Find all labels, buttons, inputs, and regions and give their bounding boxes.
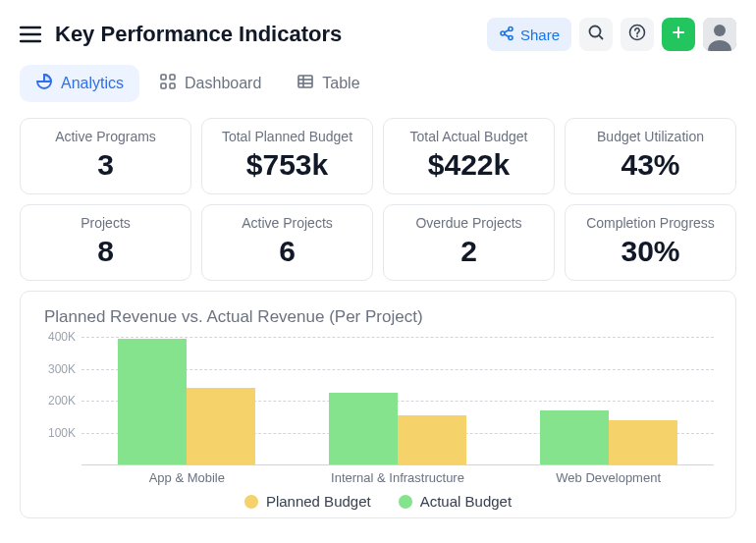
card-label: Total Planned Budget xyxy=(210,129,364,144)
help-button[interactable] xyxy=(621,18,654,51)
chart-plot: 100K200K300K400K xyxy=(81,337,714,464)
card-value: 3 xyxy=(28,148,183,182)
add-button[interactable] xyxy=(662,18,695,51)
x-tick-label: Web Development xyxy=(503,470,714,485)
tab-analytics[interactable]: Analytics xyxy=(20,65,139,102)
card-total-planned-budget: Total Planned Budget $753k xyxy=(201,118,373,194)
search-icon xyxy=(587,24,605,45)
share-icon xyxy=(499,26,514,44)
svg-line-9 xyxy=(599,35,603,39)
chart-legend: Planned Budget Actual Budget xyxy=(38,493,718,510)
tab-table-label: Table xyxy=(322,75,359,92)
share-button[interactable]: Share xyxy=(487,18,571,51)
swatch-planned xyxy=(244,495,258,509)
card-value: 6 xyxy=(210,235,364,268)
header-actions: Share xyxy=(487,18,736,51)
avatar[interactable] xyxy=(703,18,736,51)
x-tick-label: App & Mobile xyxy=(81,470,293,485)
y-tick-label: 300K xyxy=(38,362,76,376)
x-tick-label: Internal & Infrastructure xyxy=(293,470,504,485)
swatch-actual xyxy=(399,495,412,509)
view-tabs: Analytics Dashboard Table xyxy=(20,65,736,102)
svg-rect-20 xyxy=(298,76,312,87)
card-completion-progress: Completion Progress 30% xyxy=(565,204,736,281)
card-overdue-projects: Overdue Projects 2 xyxy=(383,204,555,281)
share-label: Share xyxy=(520,27,560,43)
chart-x-labels: App & MobileInternal & InfrastructureWeb… xyxy=(81,470,714,485)
bar-actual xyxy=(540,410,609,464)
card-label: Budget Utilization xyxy=(573,129,728,144)
card-active-programs: Active Programs 3 xyxy=(20,118,191,194)
svg-line-6 xyxy=(505,29,509,32)
legend-planned: Planned Budget xyxy=(244,493,371,510)
svg-point-5 xyxy=(509,35,513,39)
y-tick-label: 400K xyxy=(38,330,76,344)
legend-planned-label: Planned Budget xyxy=(266,493,371,510)
svg-point-3 xyxy=(509,27,513,30)
chart-card: Planned Revenue vs. Actual Revenue (Per … xyxy=(20,291,736,518)
card-value: $422k xyxy=(392,148,546,182)
tab-dashboard-label: Dashboard xyxy=(185,75,261,92)
plus-icon xyxy=(671,25,686,44)
y-tick-label: 100K xyxy=(38,426,76,440)
analytics-icon xyxy=(35,73,53,94)
bar-group xyxy=(503,337,714,464)
legend-actual: Actual Budget xyxy=(399,493,512,510)
card-value: 2 xyxy=(392,235,546,268)
card-total-actual-budget: Total Actual Budget $422k xyxy=(383,118,555,194)
card-value: 8 xyxy=(28,235,183,268)
card-projects: Projects 8 xyxy=(20,204,191,281)
card-label: Overdue Projects xyxy=(392,215,546,231)
legend-actual-label: Actual Budget xyxy=(420,493,512,510)
bar-planned xyxy=(609,420,677,465)
bar-planned xyxy=(187,388,255,464)
tab-analytics-label: Analytics xyxy=(61,75,124,92)
bar-planned xyxy=(398,415,466,464)
card-label: Active Programs xyxy=(28,129,183,144)
card-value: 30% xyxy=(573,235,728,268)
svg-point-15 xyxy=(714,25,726,36)
kpi-row-2: Projects 8 Active Projects 6 Overdue Pro… xyxy=(20,204,736,281)
table-icon xyxy=(297,73,314,94)
svg-rect-16 xyxy=(161,75,166,80)
page-title: Key Performance Indicators xyxy=(55,22,342,47)
card-label: Active Projects xyxy=(210,215,364,231)
bar-group xyxy=(293,337,504,464)
bar-actual xyxy=(118,339,187,464)
card-label: Projects xyxy=(28,215,183,231)
header: Key Performance Indicators Share xyxy=(20,18,736,51)
header-left: Key Performance Indicators xyxy=(20,22,342,47)
svg-rect-18 xyxy=(161,83,166,88)
tab-dashboard[interactable]: Dashboard xyxy=(143,65,277,102)
card-value: $753k xyxy=(210,148,364,182)
card-budget-utilization: Budget Utilization 43% xyxy=(565,118,736,194)
svg-point-4 xyxy=(501,31,505,35)
tab-table[interactable]: Table xyxy=(281,65,375,102)
bar-group xyxy=(81,337,293,464)
svg-line-7 xyxy=(505,34,509,37)
svg-rect-19 xyxy=(170,83,175,88)
card-value: 43% xyxy=(573,148,728,182)
menu-icon[interactable] xyxy=(20,26,41,43)
chart-title: Planned Revenue vs. Actual Revenue (Per … xyxy=(44,307,718,327)
card-label: Total Actual Budget xyxy=(392,129,546,144)
bar-actual xyxy=(329,393,398,464)
help-icon xyxy=(628,24,646,45)
dashboard-icon xyxy=(159,73,177,94)
svg-point-8 xyxy=(590,27,601,37)
svg-rect-17 xyxy=(170,75,175,80)
card-active-projects: Active Projects 6 xyxy=(201,204,373,281)
search-button[interactable] xyxy=(579,18,613,51)
card-label: Completion Progress xyxy=(573,215,728,231)
kpi-row-1: Active Programs 3 Total Planned Budget $… xyxy=(20,118,736,194)
svg-point-11 xyxy=(636,35,638,37)
y-tick-label: 200K xyxy=(38,394,76,407)
